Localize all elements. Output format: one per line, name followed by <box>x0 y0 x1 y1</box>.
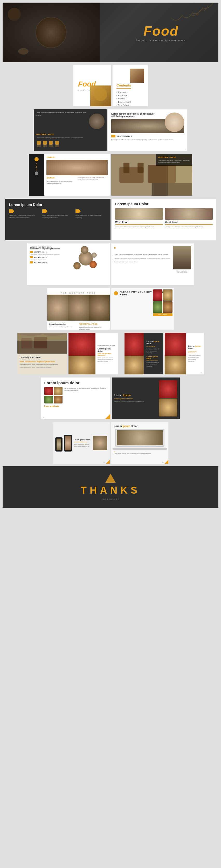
fwf-text-1: amet consectetuer adipiscing Maecenas <box>49 326 78 328</box>
dinner-label: DINNER <box>36 162 37 170</box>
corner-deco <box>105 414 110 419</box>
cake-subtitle: amet consectetuer Maecanas. <box>98 353 116 356</box>
food-image-right <box>165 113 184 132</box>
cake-left <box>69 333 96 374</box>
dark-lorem-body: Lorem ipsum dolor sit amet consectetuer … <box>114 401 157 403</box>
slide-dinner: DINNER DINNER DINNER Lorem ipsum dolor s… <box>29 154 110 196</box>
keywords-content: PLEASE PUT YOUR KEY WORDS HERE Your Cont… <box>111 288 174 330</box>
dark-cake-sub3: amet consectetuer <box>146 359 160 361</box>
food-grid-top <box>165 333 186 356</box>
svg-point-1 <box>197 13 199 15</box>
thanks-icon <box>105 474 116 483</box>
cake-text: Lorem ipsum dolor sit amet. Lorem ipsum … <box>96 333 118 374</box>
phone-2 <box>64 435 72 452</box>
hero-branch-decoration <box>167 3 218 41</box>
cake-top-img <box>69 333 96 356</box>
slide-outdoor: Lorem ipsum dolor amet, consectetuer adi… <box>17 333 67 374</box>
dinner-title: DINNER <box>46 156 108 158</box>
western-label: WESTERN - FOOD <box>36 133 105 135</box>
west-food-img-1 <box>115 208 163 220</box>
good-icon-2 <box>43 141 47 145</box>
svg-point-4 <box>94 88 107 101</box>
dark-cake-title: Lorem ipsum dolor <box>146 340 160 345</box>
slide-white-food: Lorem ipsum dolor amet, consectetuer adi… <box>108 110 187 151</box>
phone-accent: consectetuer Maecanas <box>74 441 91 443</box>
outdoor-sub: Lorem ipsum dolor amet, consectetuer Mae… <box>20 366 65 368</box>
dark-cake-body: Lorem ipsum dolor sit amet consectetuer … <box>146 348 160 354</box>
phone-1 <box>55 437 63 452</box>
slide-keywords: PLEASE PUT YOUR KEY WORDS HERE Your Cont… <box>111 288 174 330</box>
dark-cake-text: Lorem ipsum dolor consecletuer Lorem ips… <box>144 333 163 374</box>
lorem-icon-1 <box>9 209 14 213</box>
slide-west-food: Lorem Ipsum Dolor West Food Lorem ipsum … <box>112 199 216 240</box>
contents-item-2: • Products <box>116 94 144 97</box>
mixed-heading: Lorem ipsum dolor amet, consectetuer adi… <box>30 246 61 250</box>
slide-row-3: DINNER DINNER DINNER Lorem ipsum dolor s… <box>29 154 192 196</box>
fwf-col-1: Lorem ipsum dolor amet consectetuer adip… <box>49 323 78 330</box>
dl-img-1 <box>159 380 177 398</box>
intro-image <box>90 86 111 106</box>
dl-img-2 <box>159 399 177 416</box>
hero-bowl <box>8 8 21 21</box>
food-body: Lorem ipsum dolor sit amet, consectetuer… <box>111 139 184 141</box>
svg-rect-8 <box>123 163 130 173</box>
fwf-img-3 <box>89 294 110 320</box>
contents-title: Contents <box>116 83 131 89</box>
dark-food-circle <box>89 112 105 131</box>
lorem-columns: Lorem ipsum dolor sit amet, consectetuer… <box>9 209 107 219</box>
west-col-text-1: Lorem ipsum dolor amet consectetuer adip… <box>115 226 163 228</box>
quote-footer: Condimentum in lorem sit te sit dictum. <box>114 261 172 263</box>
li-img-2 <box>54 387 63 395</box>
quote-mark: " <box>114 246 172 253</box>
slide-row-9: Lorem ipsum dolor Lorem ipsum dolor sit … <box>41 377 180 419</box>
slide-thanks: THANKS 2018/01/22 <box>3 466 218 508</box>
li-img-1 <box>44 387 53 395</box>
fwf-images <box>47 294 110 320</box>
outdoor-image <box>17 333 67 353</box>
slide-row-10: Lorem ipsum dolor consectetuer Maecanas … <box>53 422 168 464</box>
your-content-label: Your Content <box>153 313 173 316</box>
good-3: GOOD <box>49 141 53 147</box>
circle-sm-1 <box>81 246 88 254</box>
phone-1-screen <box>57 438 61 450</box>
west-food-img-2 <box>165 208 213 220</box>
phone-body: Lorem ipsum dolor sit amet consectetuer … <box>74 443 91 447</box>
tag-text-2: WESTERN - FOOD <box>34 256 46 258</box>
west-col-2: West Food Lorem ipsum dolor amet consect… <box>165 208 213 228</box>
hero-food-image <box>3 3 100 62</box>
dark-cake-highlight: ipsum <box>153 340 159 342</box>
slide-row-2: Lorem ipsum dolor sit amet, consectetuer… <box>34 110 187 151</box>
mixed-tag-1: WESTERN - FOOD <box>30 251 61 253</box>
good-4: GOOD <box>55 141 59 147</box>
li-img-4 <box>54 396 63 403</box>
slide-number: 2 <box>185 149 186 150</box>
dark-cake-layout: Lorem ipsum dolor consecletuer Lorem ips… <box>124 333 163 374</box>
fg-body: Lorem ipsum dolor sit amet consectetuer … <box>188 354 201 363</box>
loremien-images <box>44 387 63 403</box>
cake-body: Lorem ipsum dolor sit amet consectetuer … <box>98 357 116 363</box>
your-content-block: Your Content <box>153 289 173 316</box>
quote-body: Lorem ipsum dolor sit amet consectetuer … <box>114 257 172 259</box>
mixed-food-left: Lorem ipsum dolor amet, consectetuer adi… <box>30 246 61 282</box>
lorem-col-2: Lorem ipsum dolor sit amet, consectetuer… <box>42 209 73 219</box>
dinner-food-img <box>46 160 108 175</box>
lorem-icon-3 <box>75 209 81 213</box>
slide-laptop-mockup: Lorem Ipsum Dolor 18 Lorem ipsum dolor s… <box>111 422 168 464</box>
thumb-3 <box>153 301 162 313</box>
hero-item <box>18 48 29 55</box>
hero-plate <box>36 17 67 48</box>
slide-quote: " Lorem ipsum dolor sit amet, consectetu… <box>111 243 194 285</box>
fwf-col-2: WESTERN - FOOD Lorem ipsum dolor amet ad… <box>79 323 108 330</box>
contents-list: • Company • Products • Awards • Environm… <box>116 91 144 106</box>
slide-contents: Contents • Company • Products • Awards •… <box>113 65 148 106</box>
page-num-phone: 20 <box>103 461 105 463</box>
outdoor-title: Lorem ipsum dolor <box>20 356 65 359</box>
fg-sub: consectetuer Maecanas <box>188 350 201 353</box>
food-grid-text: Lorem ipsum dolor consectetuer Maecanas … <box>186 333 204 374</box>
circle-sm-3 <box>73 262 81 270</box>
mixed-tag-3: WESTERN - FOOD <box>30 261 61 264</box>
cake-title: Lorem ipsum dolor <box>98 348 116 352</box>
person-img <box>173 246 191 270</box>
fwf-img-2 <box>68 294 89 320</box>
dark-cake-sub2: Lorem ipsum dolor <box>146 356 160 359</box>
